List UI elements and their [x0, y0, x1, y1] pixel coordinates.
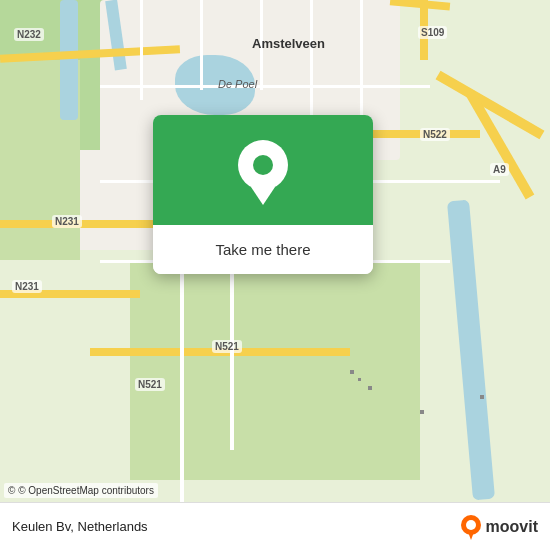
label-amstelveen: Amstelveen: [252, 36, 325, 51]
moovit-logo: moovit: [460, 514, 538, 540]
road-horiz-3: [100, 85, 430, 88]
green-field: [130, 260, 420, 480]
road-dot-2: [358, 378, 361, 381]
road-dot-4: [480, 395, 484, 399]
label-n232: N232: [14, 28, 44, 41]
road-dot-3: [368, 386, 372, 390]
popup-card: Take me there: [153, 115, 373, 274]
road-vert-5: [140, 0, 143, 100]
pin-outer-circle: [238, 140, 288, 190]
road-vert-6: [200, 0, 203, 90]
location-pin-icon: [238, 140, 288, 200]
footer-bar: Keulen Bv, Netherlands moovit: [0, 502, 550, 550]
take-me-there-button[interactable]: Take me there: [153, 225, 373, 274]
location-name: Keulen Bv, Netherlands: [12, 519, 148, 534]
svg-point-1: [466, 520, 476, 530]
label-n231-1: N231: [52, 215, 82, 228]
moovit-pin-icon: [460, 514, 482, 540]
label-n522: N522: [420, 128, 450, 141]
footer-left: Keulen Bv, Netherlands: [12, 519, 148, 534]
canal-topleft: [60, 0, 78, 120]
label-n521-1: N521: [212, 340, 242, 353]
label-de-poel: De Poel: [218, 78, 257, 90]
osm-attribution-text: © OpenStreetMap contributors: [18, 485, 154, 496]
popup-green-header: [153, 115, 373, 225]
pin-inner-circle: [253, 155, 273, 175]
map-container: N232 N231 N231 N521 N521 N522 S109 A9 Am…: [0, 0, 550, 550]
osm-attribution: © © OpenStreetMap contributors: [4, 483, 158, 498]
copyright-symbol: ©: [8, 485, 15, 496]
label-n521-2: N521: [135, 378, 165, 391]
label-a9: A9: [490, 163, 509, 176]
label-n231-2: N231: [12, 280, 42, 293]
road-dot-1: [350, 370, 354, 374]
road-dot-5: [420, 410, 424, 414]
map-background: N232 N231 N231 N521 N521 N522 S109 A9 Am…: [0, 0, 550, 550]
moovit-text: moovit: [486, 518, 538, 536]
pin-tail: [251, 187, 275, 205]
svg-marker-2: [468, 532, 474, 540]
amstel-river: [447, 200, 495, 501]
label-s109: S109: [418, 26, 447, 39]
